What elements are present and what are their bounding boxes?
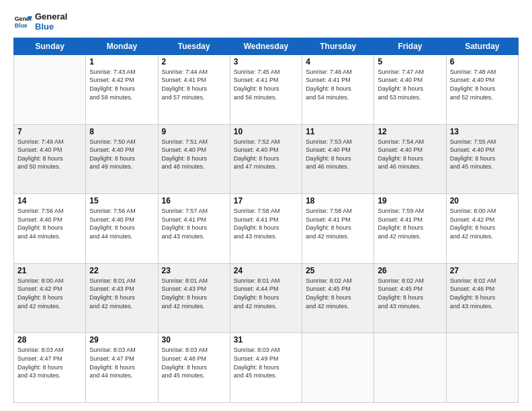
day-number: 6 [450,57,515,66]
calendar-cell: 30Sunrise: 8:03 AMSunset: 4:48 PMDayligh… [158,333,230,403]
day-info: Sunrise: 7:48 AMSunset: 4:40 PMDaylight:… [450,68,515,101]
calendar-cell: 2Sunrise: 7:44 AMSunset: 4:41 PMDaylight… [158,54,230,124]
day-info: Sunrise: 8:01 AMSunset: 4:43 PMDaylight:… [162,277,226,310]
calendar-cell: 29Sunrise: 8:03 AMSunset: 4:47 PMDayligh… [86,333,158,403]
day-info: Sunrise: 7:55 AMSunset: 4:40 PMDaylight:… [450,138,515,171]
day-info: Sunrise: 8:03 AMSunset: 4:47 PMDaylight:… [89,346,154,379]
day-info: Sunrise: 7:47 AMSunset: 4:40 PMDaylight:… [378,68,442,101]
day-info: Sunrise: 7:45 AMSunset: 4:41 PMDaylight:… [234,68,298,101]
day-info: Sunrise: 7:50 AMSunset: 4:40 PMDaylight:… [89,138,154,171]
day-number: 24 [234,266,298,275]
logo-icon: General Blue [13,13,32,32]
day-number: 13 [450,127,515,136]
day-info: Sunrise: 8:02 AMSunset: 4:46 PMDaylight:… [450,277,515,310]
day-info: Sunrise: 8:02 AMSunset: 4:45 PMDaylight:… [306,277,370,310]
calendar-cell: 13Sunrise: 7:55 AMSunset: 4:40 PMDayligh… [446,124,518,194]
day-number: 14 [17,196,82,205]
calendar-cell [374,333,446,403]
calendar-cell: 22Sunrise: 8:01 AMSunset: 4:43 PMDayligh… [86,263,158,333]
day-number: 4 [306,57,370,66]
day-info: Sunrise: 7:57 AMSunset: 4:41 PMDaylight:… [162,207,226,240]
day-number: 7 [17,127,82,136]
day-number: 23 [162,266,226,275]
calendar-cell: 10Sunrise: 7:52 AMSunset: 4:40 PMDayligh… [230,124,302,194]
calendar-week-row: 14Sunrise: 7:56 AMSunset: 4:40 PMDayligh… [14,194,519,264]
day-number: 15 [89,196,154,205]
day-info: Sunrise: 7:53 AMSunset: 4:40 PMDaylight:… [306,138,370,171]
day-number: 19 [378,196,442,205]
calendar-cell: 25Sunrise: 8:02 AMSunset: 4:45 PMDayligh… [302,263,374,333]
day-info: Sunrise: 7:49 AMSunset: 4:40 PMDaylight:… [17,138,82,171]
calendar-cell: 6Sunrise: 7:48 AMSunset: 4:40 PMDaylight… [446,54,518,124]
calendar-cell: 18Sunrise: 7:58 AMSunset: 4:41 PMDayligh… [302,194,374,264]
calendar-table: SundayMondayTuesdayWednesdayThursdayFrid… [13,38,519,403]
weekday-header-wednesday: Wednesday [230,38,302,54]
day-number: 29 [89,335,154,345]
day-info: Sunrise: 7:58 AMSunset: 4:41 PMDaylight:… [306,207,370,240]
calendar-week-row: 21Sunrise: 8:00 AMSunset: 4:42 PMDayligh… [14,263,519,333]
day-number: 2 [162,57,226,66]
day-info: Sunrise: 8:01 AMSunset: 4:44 PMDaylight:… [234,277,298,310]
calendar-cell: 31Sunrise: 8:03 AMSunset: 4:49 PMDayligh… [230,333,302,403]
calendar-cell: 11Sunrise: 7:53 AMSunset: 4:40 PMDayligh… [302,124,374,194]
day-number: 17 [234,196,298,205]
calendar-week-row: 28Sunrise: 8:03 AMSunset: 4:47 PMDayligh… [14,333,519,403]
calendar-cell [302,333,374,403]
calendar-cell: 15Sunrise: 7:56 AMSunset: 4:40 PMDayligh… [86,194,158,264]
day-number: 9 [162,127,226,136]
weekday-header-tuesday: Tuesday [158,38,230,54]
day-number: 25 [306,266,370,275]
header: General Blue General Blue [13,12,519,32]
day-number: 18 [306,196,370,205]
day-info: Sunrise: 8:01 AMSunset: 4:43 PMDaylight:… [89,277,154,310]
calendar-cell: 14Sunrise: 7:56 AMSunset: 4:40 PMDayligh… [14,194,86,264]
day-info: Sunrise: 8:03 AMSunset: 4:49 PMDaylight:… [234,346,298,379]
weekday-header-monday: Monday [86,38,158,54]
day-number: 27 [450,266,515,275]
day-number: 12 [378,127,442,136]
day-number: 28 [17,335,82,345]
day-number: 16 [162,196,226,205]
day-info: Sunrise: 7:59 AMSunset: 4:41 PMDaylight:… [378,207,442,240]
calendar-header-row: SundayMondayTuesdayWednesdayThursdayFrid… [14,38,519,54]
day-info: Sunrise: 7:44 AMSunset: 4:41 PMDaylight:… [162,68,226,101]
day-info: Sunrise: 7:43 AMSunset: 4:42 PMDaylight:… [89,68,154,101]
calendar-cell: 9Sunrise: 7:51 AMSunset: 4:40 PMDaylight… [158,124,230,194]
day-info: Sunrise: 7:52 AMSunset: 4:40 PMDaylight:… [234,138,298,171]
calendar-cell: 20Sunrise: 8:00 AMSunset: 4:42 PMDayligh… [446,194,518,264]
day-number: 30 [162,335,226,345]
calendar-week-row: 1Sunrise: 7:43 AMSunset: 4:42 PMDaylight… [14,54,519,124]
day-number: 3 [234,57,298,66]
day-number: 5 [378,57,442,66]
calendar-cell: 23Sunrise: 8:01 AMSunset: 4:43 PMDayligh… [158,263,230,333]
day-info: Sunrise: 7:58 AMSunset: 4:41 PMDaylight:… [234,207,298,240]
page: General Blue General Blue SundayMondayTu… [0,0,532,411]
logo-general: General [35,12,67,22]
day-number: 22 [89,266,154,275]
calendar-cell [446,333,518,403]
day-info: Sunrise: 8:02 AMSunset: 4:45 PMDaylight:… [378,277,442,310]
weekday-header-thursday: Thursday [302,38,374,54]
logo: General Blue General Blue [13,12,67,32]
day-info: Sunrise: 8:00 AMSunset: 4:42 PMDaylight:… [17,277,82,310]
day-number: 26 [378,266,442,275]
day-number: 31 [234,335,298,345]
day-number: 11 [306,127,370,136]
calendar-cell: 24Sunrise: 8:01 AMSunset: 4:44 PMDayligh… [230,263,302,333]
day-number: 20 [450,196,515,205]
calendar-cell: 16Sunrise: 7:57 AMSunset: 4:41 PMDayligh… [158,194,230,264]
calendar-cell: 28Sunrise: 8:03 AMSunset: 4:47 PMDayligh… [14,333,86,403]
day-number: 10 [234,127,298,136]
logo-blue: Blue [35,22,67,32]
calendar-cell [14,54,86,124]
calendar-cell: 3Sunrise: 7:45 AMSunset: 4:41 PMDaylight… [230,54,302,124]
calendar-week-row: 7Sunrise: 7:49 AMSunset: 4:40 PMDaylight… [14,124,519,194]
day-info: Sunrise: 7:46 AMSunset: 4:41 PMDaylight:… [306,68,370,101]
calendar-cell: 12Sunrise: 7:54 AMSunset: 4:40 PMDayligh… [374,124,446,194]
svg-text:Blue: Blue [15,22,28,29]
day-info: Sunrise: 7:54 AMSunset: 4:40 PMDaylight:… [378,138,442,171]
calendar-cell: 17Sunrise: 7:58 AMSunset: 4:41 PMDayligh… [230,194,302,264]
calendar-cell: 27Sunrise: 8:02 AMSunset: 4:46 PMDayligh… [446,263,518,333]
calendar-cell: 8Sunrise: 7:50 AMSunset: 4:40 PMDaylight… [86,124,158,194]
day-number: 21 [17,266,82,275]
